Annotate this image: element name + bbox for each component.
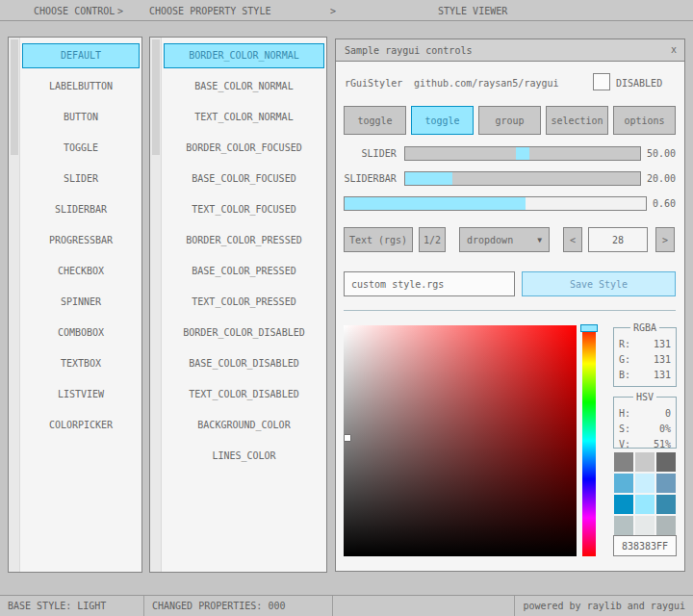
controls-list-panel: DEFAULT LABELBUTTON BUTTON TOGGLE SLIDER…	[8, 37, 142, 573]
color-saturation-value-panel[interactable]	[344, 325, 577, 556]
swatch-base-normal[interactable]	[635, 452, 654, 472]
close-icon[interactable]: x	[665, 41, 682, 59]
list-item-button[interactable]: BUTTON	[22, 105, 140, 130]
breadcrumb-choose-control: CHOOSE CONTROL	[34, 6, 115, 16]
text-rgs-button[interactable]: Text (rgs)	[344, 227, 413, 252]
list-item-colorpicker[interactable]: COLORPICKER	[22, 413, 140, 438]
list-item-border-color-disabled[interactable]: BORDER_COLOR_DISABLED	[164, 321, 324, 346]
chevron-right-icon: >	[330, 6, 336, 16]
spinner-decrement-button[interactable]: <	[563, 227, 582, 252]
window-titlebar[interactable]: Sample raygui controls x	[336, 39, 684, 62]
progressbar-track	[344, 196, 647, 211]
list-item-spinner[interactable]: SPINNER	[22, 290, 140, 315]
controls-list-scrollbar[interactable]	[9, 38, 20, 572]
list-item-combobox[interactable]: COMBOBOX	[22, 321, 140, 346]
hsv-row-v: V: 51%	[619, 437, 671, 452]
color-cursor[interactable]	[345, 435, 350, 441]
window-title: Sample raygui controls	[345, 45, 472, 56]
list-item-lines-color[interactable]: LINES_COLOR	[164, 444, 324, 469]
list-item-toggle[interactable]: TOGGLE	[22, 136, 140, 161]
list-item-base-color-disabled[interactable]: BASE_COLOR_DISABLED	[164, 351, 324, 376]
hsv-row-s: S: 0%	[619, 422, 671, 437]
swatch-text-disabled[interactable]	[656, 516, 676, 535]
list-item-base-color-focused[interactable]: BASE_COLOR_FOCUSED	[164, 167, 324, 192]
sliderbar-row: SLIDERBAR 20.00	[344, 171, 676, 186]
list-item-text-color-disabled[interactable]: TEXT_COLOR_DISABLED	[164, 382, 324, 407]
properties-list-scrollbar[interactable]	[150, 38, 162, 572]
slider-label: SLIDER	[344, 148, 404, 159]
filename-input[interactable]	[344, 271, 515, 296]
save-style-button[interactable]: Save Style	[522, 271, 676, 296]
h-label: H:	[619, 406, 630, 422]
swatch-border-disabled[interactable]	[614, 516, 633, 535]
hue-bar[interactable]	[582, 325, 596, 556]
list-item-sliderbar[interactable]: SLIDERBAR	[22, 197, 140, 222]
hue-handle[interactable]	[580, 324, 598, 332]
half-button[interactable]: 1/2	[419, 227, 446, 252]
swatch-border-focused[interactable]	[614, 474, 633, 493]
rgba-row-b: B: 131	[619, 368, 671, 383]
toggle-button-2[interactable]: toggle	[411, 106, 474, 135]
sliderbar-track[interactable]	[404, 171, 641, 186]
list-item-border-color-pressed[interactable]: BORDER_COLOR_PRESSED	[164, 228, 324, 253]
rgba-title: RGBA	[630, 322, 659, 333]
list-item-base-color-pressed[interactable]: BASE_COLOR_PRESSED	[164, 259, 324, 284]
sliderbar-fill	[405, 172, 452, 185]
list-item-text-color-pressed[interactable]: TEXT_COLOR_PRESSED	[164, 290, 324, 315]
slider-handle[interactable]	[516, 147, 529, 160]
swatch-text-normal[interactable]	[656, 452, 676, 472]
spinner-value-box[interactable]: 28	[588, 227, 648, 252]
file-row: Save Style	[344, 271, 676, 296]
swatch-base-focused[interactable]	[635, 474, 654, 493]
disabled-checkbox[interactable]	[593, 73, 610, 90]
brand-label: rGuiStyler	[345, 78, 402, 89]
toggle-button-5[interactable]: options	[613, 106, 676, 135]
swatch-text-pressed[interactable]	[656, 495, 676, 514]
rgba-row-g: G: 131	[619, 352, 671, 368]
breadcrumb-choose-property: CHOOSE PROPERTY STYLE	[149, 6, 270, 16]
scrollbar-thumb[interactable]	[11, 39, 18, 155]
hex-color-value-box[interactable]: 838383FF	[613, 535, 677, 556]
section-divider	[344, 310, 676, 311]
swatch-border-pressed[interactable]	[614, 495, 633, 514]
chevron-right-icon: >	[117, 6, 123, 16]
chevron-down-icon: ▼	[537, 236, 542, 244]
list-item-default[interactable]: DEFAULT	[22, 43, 140, 68]
slider-track[interactable]	[404, 146, 641, 161]
dropdown-select[interactable]: dropdown ▼	[459, 227, 550, 252]
repo-link[interactable]: github.com/raysan5/raygui	[414, 78, 559, 89]
list-item-background-color[interactable]: BACKGROUND_COLOR	[164, 413, 324, 438]
list-item-text-color-focused[interactable]: TEXT_COLOR_FOCUSED	[164, 197, 324, 222]
toggle-button-1[interactable]: toggle	[344, 106, 406, 135]
b-label: B:	[619, 368, 630, 383]
list-item-checkbox[interactable]: CHECKBOX	[22, 259, 140, 284]
list-item-listview[interactable]: LISTVIEW	[22, 382, 140, 407]
toggle-button-4[interactable]: selection	[546, 106, 608, 135]
r-value: 131	[654, 337, 671, 352]
list-item-border-color-focused[interactable]: BORDER_COLOR_FOCUSED	[164, 136, 324, 161]
dropdown-label: dropdown	[467, 235, 513, 245]
progressbar-row: 0.60	[344, 196, 676, 211]
spinner-increment-button[interactable]: >	[655, 227, 675, 252]
scrollbar-thumb[interactable]	[152, 39, 160, 155]
properties-list: BORDER_COLOR_NORMAL BASE_COLOR_NORMAL TE…	[164, 43, 324, 475]
list-item-border-color-normal[interactable]: BORDER_COLOR_NORMAL	[164, 43, 324, 68]
list-item-slider[interactable]: SLIDER	[22, 167, 140, 192]
list-item-base-color-normal[interactable]: BASE_COLOR_NORMAL	[164, 74, 324, 99]
rgba-row-r: R: 131	[619, 337, 671, 352]
widget-row: Text (rgs) 1/2 dropdown ▼ < 28 >	[344, 227, 676, 252]
list-item-text-color-normal[interactable]: TEXT_COLOR_NORMAL	[164, 105, 324, 130]
list-item-labelbutton[interactable]: LABELBUTTON	[22, 74, 140, 99]
status-base-style: BASE STYLE: LIGHT	[0, 596, 144, 616]
swatch-border-normal[interactable]	[614, 452, 633, 472]
toggle-button-3[interactable]: group	[478, 106, 541, 135]
list-item-progressbar[interactable]: PROGRESSBAR	[22, 228, 140, 253]
list-item-textbox[interactable]: TEXTBOX	[22, 351, 140, 376]
swatch-text-focused[interactable]	[656, 474, 676, 493]
sliderbar-value: 20.00	[647, 173, 676, 184]
r-label: R:	[619, 337, 630, 352]
swatch-base-pressed[interactable]	[635, 495, 654, 514]
swatch-base-disabled[interactable]	[635, 516, 654, 535]
properties-list-panel: BORDER_COLOR_NORMAL BASE_COLOR_NORMAL TE…	[149, 37, 327, 573]
g-label: G:	[619, 352, 630, 368]
